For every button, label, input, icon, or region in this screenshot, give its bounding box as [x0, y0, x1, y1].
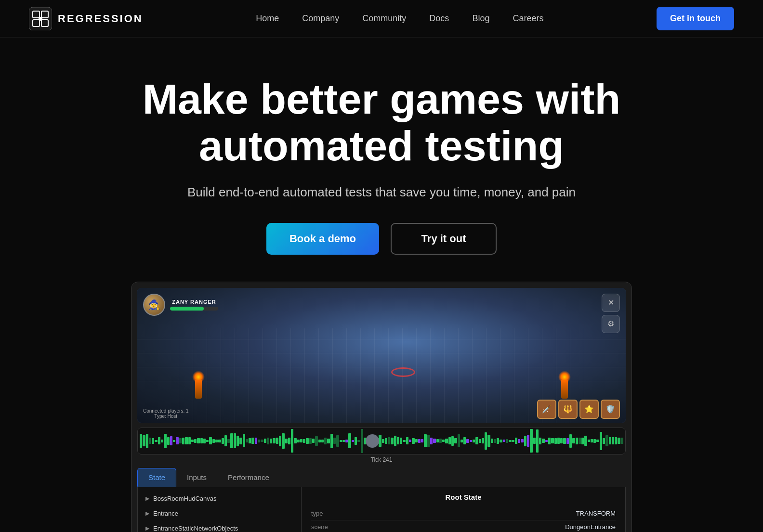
action-btn-2[interactable]: 🔱 [558, 400, 578, 419]
book-demo-button[interactable]: Book a demo [266, 223, 379, 255]
torch-right-icon [561, 379, 568, 399]
player-hud: 🧙 ZANY RANGER [143, 294, 218, 316]
nav-community[interactable]: Community [362, 13, 406, 24]
tree-item-label-2: EntranceStaticNetworkObjects [153, 525, 238, 532]
target-circle-icon [391, 367, 415, 377]
expand-arrow-2: ▶ [145, 525, 149, 532]
logo-icon [29, 7, 52, 30]
state-panel: ▶ BossRoomHudCanvas ▶ Entrance ▶ Entranc… [137, 487, 626, 532]
game-scene: 🧙 ZANY RANGER ✕ ⚙ C [137, 288, 626, 423]
tab-inputs[interactable]: Inputs [176, 468, 217, 487]
timeline-bar[interactable] [137, 428, 626, 454]
state-tree: ▶ BossRoomHudCanvas ▶ Entrance ▶ Entranc… [138, 487, 302, 532]
health-bar [170, 307, 218, 311]
navbar: REGRESSION Home Company Community Docs B… [0, 0, 763, 38]
state-row-type: type TRANSFORM [311, 507, 616, 520]
conn-type: Type: Host [143, 414, 189, 419]
svg-point-5 [39, 17, 42, 21]
torch-left-icon [195, 379, 202, 399]
state-val-type: TRANSFORM [576, 510, 616, 517]
player-info: ZANY RANGER [170, 299, 218, 311]
nav-careers[interactable]: Careers [513, 13, 543, 24]
nav-docs[interactable]: Docs [429, 13, 449, 24]
action-bar: 🗡️ 🔱 ⭐ 🛡️ [537, 400, 620, 419]
nav-blog[interactable]: Blog [472, 13, 489, 24]
hero-subheadline: Build end-to-end automated tests that sa… [29, 185, 734, 200]
headline-line2: automated testing [199, 122, 564, 169]
expand-arrow-1: ▶ [145, 510, 149, 517]
tree-item-label-0: BossRoomHudCanvas [153, 495, 217, 502]
state-detail: Root State type TRANSFORM scene DungeonE… [302, 487, 625, 532]
brand-name: REGRESSION [58, 13, 143, 25]
tree-item-0[interactable]: ▶ BossRoomHudCanvas [138, 491, 301, 506]
nav-company[interactable]: Company [302, 13, 339, 24]
action-btn-4[interactable]: 🛡️ [601, 400, 620, 419]
tree-item-1[interactable]: ▶ Entrance [138, 506, 301, 521]
health-fill [170, 307, 204, 311]
nav-home[interactable]: Home [256, 13, 279, 24]
debug-tabs: State Inputs Performance [137, 468, 626, 487]
action-btn-1[interactable]: 🗡️ [537, 400, 556, 419]
headline-line1: Make better games with [143, 75, 621, 123]
get-in-touch-button[interactable]: Get in touch [657, 7, 734, 30]
connection-info: Connected players: 1 Type: Host [143, 408, 189, 419]
hero-section: Make better games with automated testing… [0, 38, 763, 532]
conn-players: Connected players: 1 [143, 408, 189, 414]
player-name: ZANY RANGER [170, 299, 218, 305]
game-viewport: 🧙 ZANY RANGER ✕ ⚙ C [137, 288, 626, 423]
game-panel: 🧙 ZANY RANGER ✕ ⚙ C [131, 282, 632, 532]
playhead-diamond [366, 434, 379, 448]
tab-performance[interactable]: Performance [217, 468, 280, 487]
hero-buttons: Book a demo Try it out [29, 223, 734, 255]
tree-item-2[interactable]: ▶ EntranceStaticNetworkObjects [138, 521, 301, 532]
game-icons-top-right: ✕ ⚙ [602, 294, 620, 333]
state-val-scene: DungeonEntrance [565, 523, 616, 531]
tab-state[interactable]: State [137, 468, 176, 487]
try-it-out-button[interactable]: Try it out [391, 223, 497, 255]
gear-game-icon[interactable]: ⚙ [602, 315, 620, 333]
state-row-scene: scene DungeonEntrance [311, 520, 616, 532]
tick-label: Tick 241 [137, 456, 626, 463]
close-game-icon[interactable]: ✕ [602, 294, 620, 312]
root-state-title: Root State [311, 493, 616, 501]
tree-item-label-1: Entrance [153, 510, 178, 517]
action-btn-3[interactable]: ⭐ [579, 400, 599, 419]
hero-headline: Make better games with automated testing [141, 76, 622, 169]
state-key-scene: scene [311, 523, 328, 531]
logo[interactable]: REGRESSION [29, 7, 143, 30]
nav-links: Home Company Community Docs Blog Careers [256, 13, 543, 24]
waveform [138, 428, 625, 454]
playhead[interactable] [372, 428, 373, 454]
expand-arrow-0: ▶ [145, 495, 149, 502]
player-avatar: 🧙 [143, 294, 165, 316]
state-key-type: type [311, 510, 323, 517]
